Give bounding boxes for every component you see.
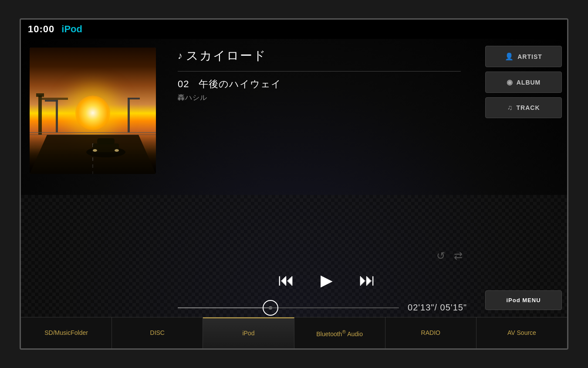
- nav-item-avsource[interactable]: AV Source: [476, 317, 567, 348]
- total-time: 05'15": [440, 303, 467, 312]
- svg-rect-6: [45, 100, 58, 102]
- next-button[interactable]: [359, 271, 375, 290]
- svg-rect-4: [42, 98, 68, 100]
- artist-label: ARTIST: [517, 53, 542, 60]
- left-panel: [21, 39, 169, 317]
- shuffle-icon[interactable]: ⇄: [454, 250, 463, 262]
- bottom-nav: SD/MusicFolder DISC iPod Bluetooth® Audi…: [21, 317, 567, 348]
- svg-rect-8: [128, 98, 140, 99]
- progress-filled: [178, 307, 270, 308]
- nav-item-radio[interactable]: RADIO: [385, 317, 476, 348]
- album-art: [30, 48, 156, 174]
- artist-icon: 👤: [505, 52, 514, 61]
- controls-area: ↺ ⇄ 02'13"/ 05'15": [178, 250, 476, 317]
- album-icon: ◉: [507, 78, 513, 86]
- nav-avsource-label: AV Source: [507, 329, 536, 337]
- svg-rect-2: [38, 95, 42, 135]
- transport-controls: [178, 271, 476, 290]
- header-bar: 10:00 iPod: [21, 20, 567, 39]
- svg-rect-7: [128, 98, 130, 133]
- right-panel: 👤 ARTIST ◉ ALBUM ♫ TRACK iPod MENU: [480, 39, 567, 317]
- svg-rect-3: [36, 93, 44, 97]
- title-separator: [178, 71, 461, 72]
- progress-area: 02'13"/ 05'15": [178, 303, 476, 313]
- repeat-icon[interactable]: ↺: [436, 250, 445, 262]
- artist-subtitle: 轟ハシル: [178, 93, 476, 102]
- spacer: [485, 123, 562, 286]
- album-button[interactable]: ◉ ALBUM: [485, 72, 562, 93]
- time-display: 10:00: [28, 24, 54, 35]
- track-label: TRACK: [517, 104, 540, 111]
- nav-sd-label: SD/MusicFolder: [44, 329, 88, 337]
- album-art-gradient: [30, 148, 156, 174]
- nav-item-sd[interactable]: SD/MusicFolder: [21, 317, 112, 348]
- progress-thumb[interactable]: [263, 300, 278, 316]
- nav-radio-label: RADIO: [421, 329, 440, 337]
- nav-ipod-label: iPod: [242, 329, 254, 337]
- screen: 10:00 iPod: [20, 18, 568, 350]
- track-number-name: 02 午後のハイウェイ: [178, 78, 476, 91]
- nav-item-bluetooth[interactable]: Bluetooth® Audio: [294, 317, 385, 348]
- ipod-menu-label: iPod MENU: [506, 297, 541, 303]
- svg-rect-11: [97, 138, 115, 144]
- nav-item-ipod[interactable]: iPod: [203, 317, 294, 348]
- artist-button[interactable]: 👤 ARTIST: [485, 46, 562, 67]
- song-title-row: ♪ スカイロード: [178, 48, 476, 64]
- play-button[interactable]: [321, 271, 333, 290]
- song-info: ♪ スカイロード 02 午後のハイウェイ 轟ハシル: [178, 48, 476, 102]
- mode-buttons: ↺ ⇄: [178, 250, 476, 262]
- nav-item-disc[interactable]: DISC: [112, 317, 203, 348]
- track-icon: ♫: [507, 104, 513, 112]
- ipod-menu-button[interactable]: iPod MENU: [485, 290, 562, 310]
- track-button[interactable]: ♫ TRACK: [485, 97, 562, 118]
- prev-button[interactable]: [278, 271, 294, 290]
- center-panel: ♪ スカイロード 02 午後のハイウェイ 轟ハシル ↺ ⇄: [169, 39, 480, 317]
- progress-track[interactable]: [178, 307, 399, 308]
- song-title: スカイロード: [186, 48, 267, 64]
- svg-rect-5: [56, 100, 58, 133]
- time-display-area: 02'13"/ 05'15": [408, 303, 467, 313]
- time-separator: /: [434, 303, 437, 312]
- main-content: ♪ スカイロード 02 午後のハイウェイ 轟ハシル ↺ ⇄: [21, 39, 567, 317]
- source-title: iPod: [61, 24, 82, 35]
- album-label: ALBUM: [517, 79, 541, 86]
- current-time: 02'13": [408, 303, 434, 312]
- nav-disc-label: DISC: [150, 329, 165, 337]
- nav-bluetooth-label: Bluetooth® Audio: [316, 328, 363, 338]
- music-note-icon: ♪: [178, 50, 182, 61]
